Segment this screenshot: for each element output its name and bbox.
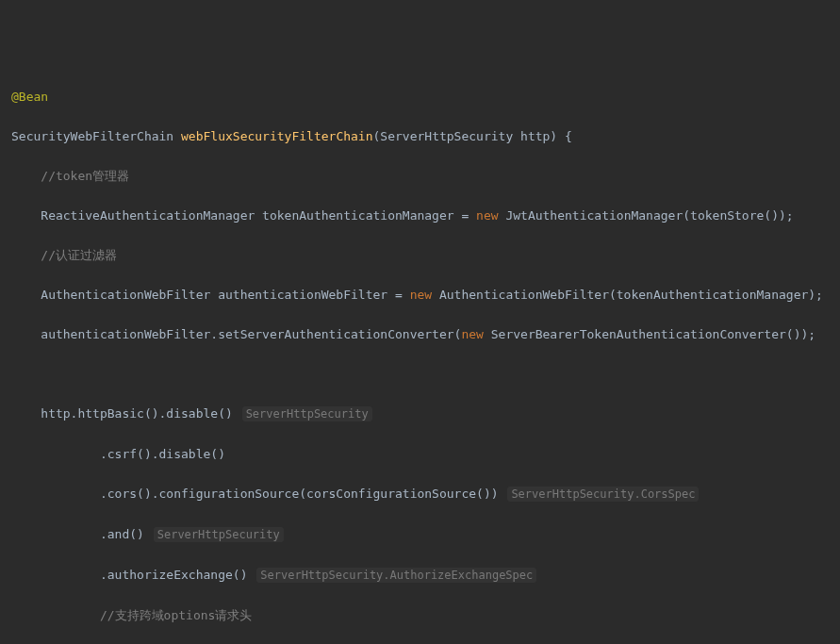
type-hint: ServerHttpSecurity.CorsSpec: [507, 487, 699, 502]
code-line: @Bean: [11, 87, 829, 107]
code-line: authenticationWebFilter.setServerAuthent…: [11, 324, 829, 344]
type-hint: ServerHttpSecurity.AuthorizeExchangeSpec: [256, 568, 536, 583]
type-hint: ServerHttpSecurity: [154, 527, 284, 542]
comment: //token管理器: [11, 166, 829, 186]
code-line: .authorizeExchange() ServerHttpSecurity.…: [11, 565, 829, 586]
code-line: AuthenticationWebFilter authenticationWe…: [11, 285, 829, 305]
comment: //认证过滤器: [11, 245, 829, 265]
code-line: ReactiveAuthenticationManager tokenAuthe…: [11, 206, 829, 225]
annotation: @Bean: [11, 90, 48, 104]
code-line: .csrf().disable(): [11, 444, 829, 464]
code-line: SecurityWebFilterChain webFluxSecurityFi…: [11, 126, 829, 146]
code-line: .and() ServerHttpSecurity: [11, 524, 829, 545]
comment: //支持跨域options请求头: [11, 605, 829, 625]
type-hint: ServerHttpSecurity: [242, 406, 372, 421]
blank-line: [11, 364, 829, 384]
code-line: .cors().configurationSource(corsConfigur…: [11, 484, 829, 504]
code-line: http.httpBasic().disable() ServerHttpSec…: [11, 404, 829, 424]
